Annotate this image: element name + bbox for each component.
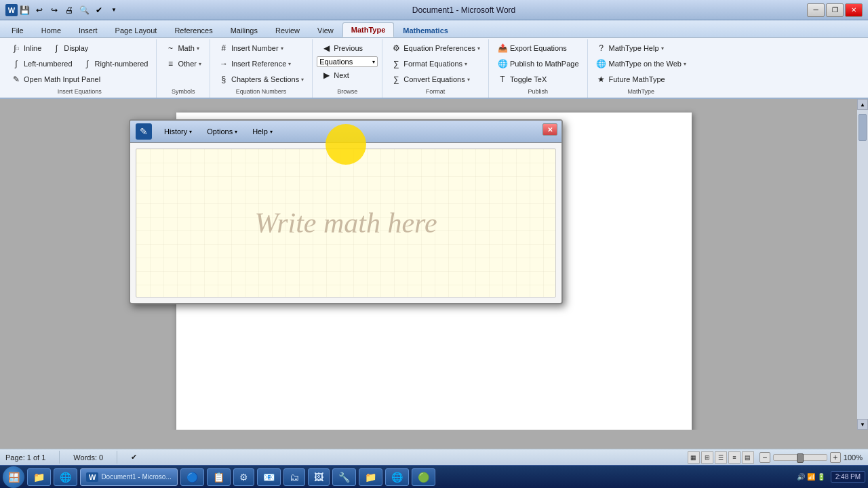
tab-mathtype[interactable]: MathType [342, 22, 395, 37]
export-equations-button[interactable]: 📤 Export Equations [493, 41, 571, 56]
start-button[interactable]: 🪟 [3, 466, 24, 488]
tab-page-layout[interactable]: Page Layout [106, 23, 166, 37]
right-numbered-button[interactable]: ∫ Right-numbered [78, 56, 153, 71]
math-symbols-button[interactable]: ~ Math ▾ [161, 41, 203, 56]
mathtype-web-button[interactable]: 🌐 MathType on the Web ▾ [592, 56, 690, 71]
preview-qat-button[interactable]: 🔍 [77, 3, 91, 17]
taskbar-explorer[interactable]: 📁 [27, 468, 51, 486]
math-writing-area[interactable]: Write math here [136, 148, 556, 298]
tab-mailings[interactable]: Mailings [222, 23, 267, 37]
tab-insert[interactable]: Insert [70, 23, 106, 37]
draft-button[interactable]: ▤ [742, 451, 754, 464]
status-divider-1 [59, 451, 60, 464]
mt-help-arrow: ▾ [661, 45, 664, 52]
statusbar-right: ▦ ⊞ ☰ ≡ ▤ − + 100% [688, 451, 863, 464]
restore-button[interactable]: ❐ [826, 3, 844, 17]
row-other-symbols: ≡ Other ▾ [161, 56, 205, 71]
more-qat-button[interactable]: ▼ [107, 3, 121, 17]
zoom-slider[interactable] [773, 454, 827, 461]
display-button[interactable]: ∫ Display [47, 41, 92, 56]
equation-preferences-button[interactable]: ⚙ Equation Preferences ▾ [387, 41, 484, 56]
clock[interactable]: 2:48 PM [831, 471, 865, 483]
taskbar-item-9[interactable]: 🌐 [385, 468, 409, 486]
left-numbered-button[interactable]: ∫ Left-numbered [7, 56, 77, 71]
taskbar-item-8[interactable]: 📁 [359, 468, 382, 486]
other-symbols-button[interactable]: ≡ Other ▾ [161, 56, 205, 71]
outline-button[interactable]: ≡ [728, 451, 741, 464]
row-inline-display: ∫□ Inline ∫ Display [7, 41, 152, 56]
vertical-scrollbar[interactable]: ▲ ▼ [857, 99, 868, 430]
taskbar-item-7[interactable]: 🔧 [332, 468, 356, 486]
zoom-thumb[interactable] [797, 453, 804, 463]
tab-view[interactable]: View [309, 23, 342, 37]
options-menu[interactable]: Options ▾ [200, 125, 244, 138]
zoom-out-button[interactable]: − [760, 452, 770, 463]
minimize-button[interactable]: ─ [807, 3, 825, 17]
panel-close-button[interactable]: ✕ [542, 123, 557, 136]
tab-review[interactable]: Review [267, 23, 309, 37]
convert-equations-button[interactable]: ∑ Convert Equations ▾ [387, 72, 474, 87]
equations-label: Equations [319, 58, 353, 66]
group-equation-numbers: # Insert Number ▾ → Insert Reference ▾ §… [210, 39, 313, 98]
previous-button[interactable]: ◀ Previous [317, 41, 367, 56]
mt-web-icon: 🌐 [596, 58, 607, 69]
tex-icon: Τ [497, 74, 508, 85]
taskbar-item-6[interactable]: 🖼 [308, 468, 330, 486]
window-controls: ─ ❐ ✕ [807, 3, 863, 17]
row-eq-prefs: ⚙ Equation Preferences ▾ [387, 41, 484, 56]
group-browse: ◀ Previous Equations ▾ ▶ Next Browse [313, 39, 382, 98]
history-menu[interactable]: History ▾ [157, 125, 199, 138]
equation-numbers-label: Equation Numbers [236, 87, 287, 96]
scroll-up-arrow[interactable]: ▲ [857, 99, 868, 110]
tab-file[interactable]: File [3, 23, 33, 37]
insert-equations-label: Insert Equations [58, 87, 102, 96]
format-equations-button[interactable]: ∑ Format Equations ▾ [387, 56, 471, 71]
chapters-sections-button[interactable]: § Chapters & Sections ▾ [214, 72, 308, 87]
insert-number-button[interactable]: # Insert Number ▾ [214, 41, 288, 56]
taskbar-item-4[interactable]: 📧 [257, 468, 281, 486]
scroll-down-arrow[interactable]: ▼ [857, 419, 868, 430]
row-next: ▶ Next [317, 68, 378, 83]
taskbar-item-10[interactable]: 🟢 [412, 468, 435, 486]
redo-qat-button[interactable]: ↪ [47, 3, 61, 17]
scroll-thumb[interactable] [859, 114, 867, 141]
taskbar-ie[interactable]: 🌐 [54, 468, 77, 486]
future-mathtype-button[interactable]: ★ Future MathType [592, 72, 669, 87]
insert-number-arrow: ▾ [281, 45, 283, 52]
next-button[interactable]: ▶ Next [317, 68, 353, 83]
tab-mathematics[interactable]: Mathematics [394, 23, 457, 37]
full-screen-button[interactable]: ⊞ [701, 451, 713, 464]
taskbar-item-1[interactable]: 🔵 [180, 468, 204, 486]
save-qat-button[interactable]: 💾 [18, 3, 31, 17]
publish-mathpage-button[interactable]: 🌐 Publish to MathPage [493, 56, 583, 71]
toggle-tex-button[interactable]: Τ Toggle TeX [493, 72, 551, 87]
taskbar-item-3[interactable]: ⚙ [233, 468, 254, 486]
taskbar-word[interactable]: W Document1 - Microso... [80, 468, 178, 486]
web-layout-button[interactable]: ☰ [715, 451, 727, 464]
print-layout-button[interactable]: ▦ [688, 451, 700, 464]
row-chapters: § Chapters & Sections ▾ [214, 72, 308, 87]
help-menu[interactable]: Help ▾ [245, 125, 279, 138]
tab-references[interactable]: References [165, 23, 221, 37]
eq-prefs-arrow: ▾ [477, 45, 480, 52]
row-equations-dropdown: Equations ▾ [317, 56, 378, 67]
word-taskbar-label: Document1 - Microso... [101, 473, 171, 481]
print-qat-button[interactable]: 🖨 [62, 3, 76, 17]
check-qat-button[interactable]: ✔ [92, 3, 106, 17]
mathtype-buttons: ? MathType Help ▾ 🌐 MathType on the Web … [592, 41, 690, 87]
undo-qat-button[interactable]: ↩ [33, 3, 46, 17]
panel-titlebar: ✎ History ▾ Options ▾ Help ▾ ✕ [130, 121, 561, 143]
zoom-in-button[interactable]: + [830, 452, 841, 463]
equations-dropdown[interactable]: Equations ▾ [317, 56, 378, 67]
taskbar-item-5[interactable]: 🗂 [283, 468, 305, 486]
open-math-input-button[interactable]: ✎ Open Math Input Panel [7, 72, 104, 87]
insert-reference-button[interactable]: → Insert Reference ▾ [214, 56, 295, 71]
inline-button[interactable]: ∫□ Inline [7, 41, 45, 56]
mathtype-help-button[interactable]: ? MathType Help ▾ [592, 41, 668, 56]
symbols-label: Symbols [172, 87, 195, 96]
taskbar-item-2[interactable]: 📋 [207, 468, 231, 486]
tab-home[interactable]: Home [33, 23, 70, 37]
close-button[interactable]: ✕ [845, 3, 863, 17]
math-dropdown-arrow: ▾ [197, 45, 199, 52]
next-icon: ▶ [321, 70, 332, 81]
